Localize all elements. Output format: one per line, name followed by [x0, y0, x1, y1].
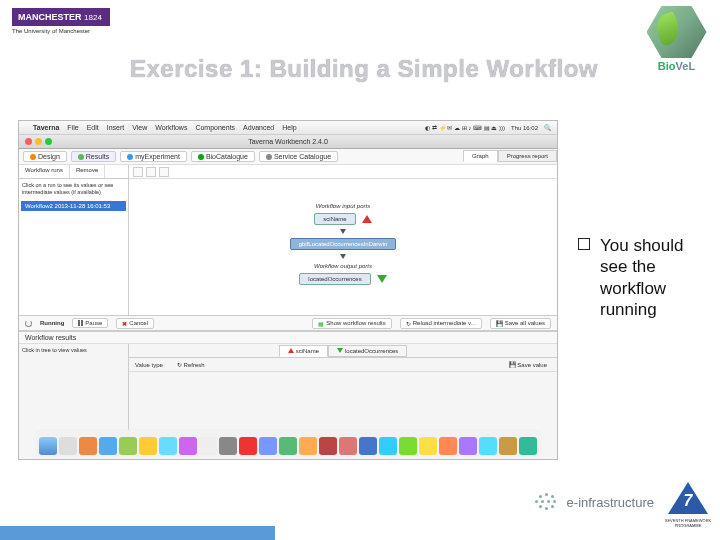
run-item: Workflow2 2013-11-28 16:01:53	[21, 201, 126, 211]
results-tab-input: sciName	[279, 345, 328, 357]
mac-menubar: Taverna File Edit Insert View Workflows …	[19, 121, 557, 135]
menubar-clock: Thu 16:02	[511, 125, 538, 131]
cancel-button: ✖Cancel	[116, 318, 154, 329]
menu-app: Taverna	[33, 124, 59, 131]
slide-title: Exercise 1: Building a Simple Workflow	[130, 55, 598, 83]
status-running: Running	[40, 320, 64, 326]
manchester-name: MANCHESTER	[18, 12, 82, 22]
fp7-logo: 7 SEVENTH FRAMEWORK PROGRAMME	[668, 482, 708, 522]
bullet-icon	[578, 238, 590, 250]
bullet-text: You should see the workflow running	[600, 235, 702, 320]
tab-biocatalogue: BioCatalogue	[191, 151, 255, 162]
biovel-b: Bio	[658, 60, 676, 72]
footer-bar	[0, 526, 275, 540]
results-area: Workflow results Click in tree to view v…	[19, 331, 557, 431]
tab-servicecatalogue: Service Catalogue	[259, 151, 338, 162]
app-title: Taverna Workbench 2.4.0	[248, 138, 328, 145]
processor-node: gbifLocatedOccurrencesInDarwin	[290, 238, 397, 250]
menu-workflows: Workflows	[155, 124, 187, 131]
manchester-year: 1824	[84, 13, 102, 22]
runs-tab: Workflow runs	[19, 165, 70, 178]
save-value-button: 💾 Save value	[505, 360, 551, 369]
running-in-icon	[362, 215, 372, 223]
running-out-icon	[377, 275, 387, 283]
menu-edit: Edit	[87, 124, 99, 131]
input-ports-label: Workflow input ports	[316, 203, 370, 209]
menu-advanced: Advanced	[243, 124, 274, 131]
arrow-icon	[340, 229, 346, 234]
show-results-button: ▦Show workflow results	[312, 318, 391, 329]
traffic-lights	[25, 138, 52, 145]
app-titlebar: Taverna Workbench 2.4.0	[19, 135, 557, 149]
results-tab-output: locatedOccurrences	[328, 345, 407, 357]
output-node: locatedOccurrences	[299, 273, 370, 285]
output-ports-label: Workflow output ports	[314, 263, 372, 269]
manchester-sub: The University of Manchester	[12, 28, 110, 34]
results-tree-help: Click in tree to view values	[19, 344, 129, 431]
fp7-text: SEVENTH FRAMEWORK PROGRAMME	[663, 519, 713, 528]
reload-button: ↻Reload intermediate v...	[400, 318, 482, 329]
pause-button: Pause	[72, 318, 108, 328]
footer-logos: e-infrastructure 7 SEVENTH FRAMEWORK PRO…	[533, 482, 708, 522]
refresh-button: ↻ Refresh	[173, 360, 209, 369]
input-node: sciName	[314, 213, 355, 225]
taverna-screenshot: Taverna File Edit Insert View Workflows …	[18, 120, 558, 460]
fp7-number: 7	[668, 492, 708, 510]
menu-insert: Insert	[107, 124, 125, 131]
tab-myexperiment: myExperiment	[120, 151, 187, 162]
menu-file: File	[67, 124, 78, 131]
spotlight-icon: 🔍	[544, 124, 551, 131]
manchester-logo: MANCHESTER 1824 The University of Manche…	[12, 8, 110, 34]
status-icons: ◐ ⇄ ⚡ ✉ ☁ ⊞ ♪ ⌨ ▤ ⏏ )))	[425, 124, 505, 131]
tab-design: Design	[23, 151, 67, 162]
mac-dock	[35, 429, 541, 457]
menu-help: Help	[282, 124, 296, 131]
spinner-icon	[25, 320, 32, 327]
diagram-panel: Graph Progress report Workflow input por…	[129, 165, 557, 315]
results-header: Workflow results	[19, 332, 557, 344]
tab-results: Results	[71, 151, 116, 162]
menu-components: Components	[195, 124, 235, 131]
tab-graph: Graph	[463, 150, 498, 162]
remove-tab: Remove	[70, 165, 105, 178]
einfra-logo: e-infrastructure	[533, 491, 654, 513]
biovel-v: VeL	[676, 60, 696, 72]
workflow-runs-panel: Workflow runsRemove Click on a run to se…	[19, 165, 129, 315]
arrow-icon	[340, 254, 346, 259]
einfra-text: e-infrastructure	[567, 495, 654, 510]
menu-view: View	[132, 124, 147, 131]
save-all-button: 💾Save all values	[490, 318, 551, 329]
tab-progress: Progress report	[498, 150, 557, 162]
biovel-logo: BioVeL	[639, 6, 714, 81]
runs-help: Click on a run to see its values or see …	[19, 179, 128, 199]
run-control-bar: Running Pause ✖Cancel ▦Show workflow res…	[19, 315, 557, 331]
diagram-toolbar	[129, 165, 557, 179]
value-type-label: Value type	[135, 362, 163, 368]
